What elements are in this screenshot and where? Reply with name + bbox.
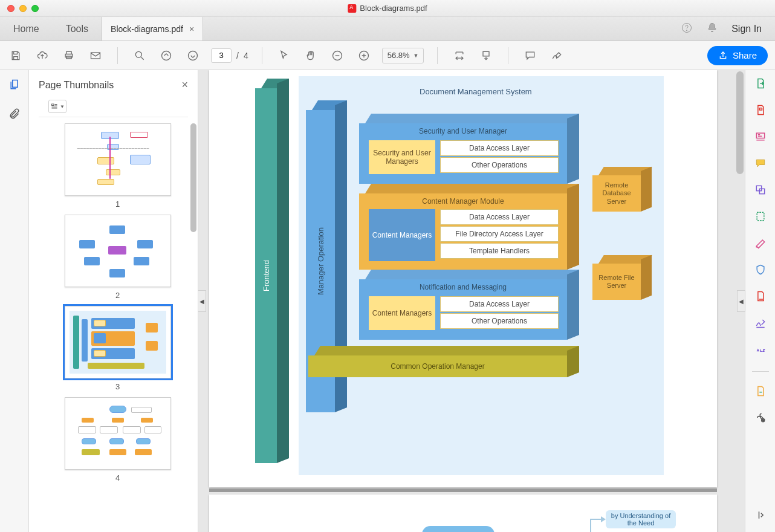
diagram-block-common-op: Common Operation Manager — [308, 355, 567, 377]
next-page-icon[interactable] — [184, 47, 201, 64]
thumbnails-panel: Page Thumbnails × ▼ — [29, 70, 198, 532]
page-separator: / — [236, 51, 239, 60]
content-row-0: Data Access Layer — [440, 209, 559, 225]
share-button[interactable]: Share — [707, 46, 768, 65]
content-row-2: Template Handlers — [440, 243, 559, 259]
export-pdf-icon[interactable] — [754, 77, 767, 92]
expand-rail-icon[interactable] — [754, 509, 767, 524]
hand-tool-icon[interactable] — [302, 47, 319, 64]
selection-tool-icon[interactable] — [276, 47, 293, 64]
document-tab-label: Block-diagrams.pdf — [111, 24, 183, 34]
create-pdf-icon[interactable] — [754, 104, 767, 118]
window-titlebar: Block-diagrams.pdf — [0, 0, 775, 17]
help-icon[interactable] — [681, 22, 693, 36]
document-viewport[interactable]: ◀ Document Management System Frontend Ma… — [198, 70, 745, 532]
thumbnails-scrollbar[interactable] — [190, 123, 196, 532]
window-minimize-button[interactable] — [19, 5, 27, 12]
svg-rect-11 — [756, 186, 761, 190]
zoom-in-icon[interactable] — [355, 47, 372, 64]
svg-rect-12 — [759, 189, 764, 193]
thumbnail-page-4[interactable]: 4 — [47, 397, 188, 482]
content-row-1: File Directory Access Layer — [440, 226, 559, 242]
collapse-right-panel-icon[interactable]: ◀ — [737, 290, 745, 312]
thumbnail-number: 2 — [47, 291, 188, 300]
home-tab[interactable]: Home — [0, 17, 53, 41]
bell-icon[interactable] — [706, 22, 718, 36]
svg-rect-8 — [483, 51, 489, 56]
comment-icon[interactable] — [522, 47, 539, 64]
send-comments-icon[interactable] — [754, 385, 767, 400]
content-module-title: Content Manager Module — [359, 197, 567, 206]
security-chip: Security and User Managers — [369, 140, 435, 174]
fit-width-icon[interactable] — [451, 47, 468, 64]
document-tab[interactable]: Block-diagrams.pdf × — [102, 17, 203, 41]
diagram-module-content: Content Manager Module Content Managers … — [359, 193, 567, 270]
collapse-left-panel-icon[interactable]: ◀ — [198, 290, 206, 312]
window-maximize-button[interactable] — [31, 5, 39, 12]
app-tabs: Home Tools Block-diagrams.pdf × Sign In — [0, 17, 775, 41]
page-display-icon[interactable] — [478, 47, 495, 64]
organize-pages-icon[interactable] — [754, 210, 767, 225]
close-thumbnails-icon[interactable]: × — [181, 79, 188, 91]
fill-sign-icon[interactable] — [754, 317, 767, 331]
attachments-rail-icon[interactable] — [8, 108, 21, 122]
thumbnail-number: 3 — [47, 382, 188, 391]
right-tools-rail: ◀ — [745, 70, 775, 532]
thumbnail-page-3[interactable]: 3 — [47, 306, 188, 391]
diagram-block-remote-fs: Remote File Server — [592, 264, 641, 300]
tools-tab[interactable]: Tools — [53, 17, 102, 41]
svg-point-3 — [135, 51, 141, 57]
thumbnail-page-1[interactable]: 1 — [47, 123, 188, 209]
content-chip: Content Managers — [369, 209, 435, 261]
remote-db-label: Remote Database Server — [592, 181, 641, 206]
notify-row-0: Data Access Layer — [440, 296, 559, 312]
common-op-label: Common Operation Manager — [391, 362, 484, 371]
notify-chip: Content Managers — [369, 296, 435, 330]
svg-rect-13 — [757, 212, 764, 220]
manager-operation-label: Manager Operation — [316, 227, 325, 295]
share-label: Share — [733, 50, 757, 60]
compress-icon[interactable] — [754, 290, 767, 305]
document-page-3: Document Management System Frontend Mana… — [209, 70, 717, 487]
svg-point-1 — [687, 30, 687, 30]
combine-files-icon[interactable] — [754, 184, 767, 198]
thumbnails-rail-icon[interactable] — [8, 79, 21, 93]
thumbnail-options-dropdown[interactable]: ▼ — [48, 100, 66, 113]
comment-tool-icon[interactable] — [754, 157, 767, 172]
notify-module-title: Notification and Messaging — [359, 283, 567, 291]
search-icon[interactable] — [131, 47, 148, 64]
convert-icon[interactable] — [754, 343, 767, 358]
svg-point-4 — [162, 51, 171, 60]
prev-page-icon[interactable] — [158, 47, 175, 64]
diagram-title: Document Management System — [420, 87, 532, 96]
remote-fs-label: Remote File Server — [592, 274, 641, 290]
diagram-module-security: Security and User Manager Security and U… — [359, 123, 567, 184]
svg-rect-10 — [756, 133, 764, 138]
sign-icon[interactable] — [548, 47, 565, 64]
email-icon[interactable] — [87, 47, 104, 64]
edit-pdf-icon[interactable] — [754, 131, 767, 145]
pdf-file-icon — [348, 4, 356, 13]
cloud-upload-icon[interactable] — [34, 47, 51, 64]
window-close-button[interactable] — [7, 5, 15, 12]
sign-in-link[interactable]: Sign In — [731, 24, 762, 34]
page-number-input[interactable] — [211, 48, 232, 63]
zoom-level-value: 56.8% — [388, 51, 410, 60]
security-row-0: Data Access Layer — [440, 140, 559, 156]
zoom-level-dropdown[interactable]: 56.8% ▼ — [382, 48, 424, 63]
redact-icon[interactable] — [754, 237, 767, 251]
print-icon[interactable] — [60, 47, 77, 64]
behavior-root-node: Individual Behavior Type — [422, 526, 495, 532]
thumbnail-number: 4 — [47, 473, 188, 482]
save-icon[interactable] — [7, 47, 24, 64]
more-tools-icon[interactable] — [754, 412, 767, 426]
thumbnail-page-2[interactable]: 2 — [47, 215, 188, 300]
diagram-block-remote-db: Remote Database Server — [592, 175, 641, 212]
protect-icon[interactable] — [754, 264, 767, 278]
zoom-out-icon[interactable] — [329, 47, 346, 64]
svg-point-5 — [189, 51, 198, 60]
left-nav-rail — [0, 70, 29, 532]
page-total: 4 — [244, 51, 248, 60]
close-tab-icon[interactable]: × — [189, 24, 194, 34]
svg-rect-2 — [91, 53, 100, 59]
